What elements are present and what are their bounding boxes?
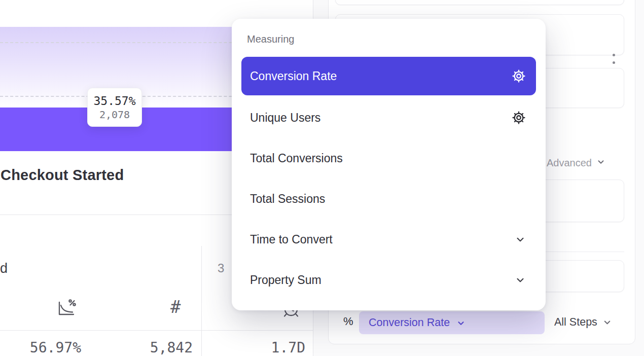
chevron-down-icon [602,317,612,327]
funnel-analytics-page: Checkout Started d 3 # [0,0,644,356]
bar-tooltip: 35.57% 2,078 [87,88,142,127]
table-group-header-left: d [0,261,8,276]
chevron-down-icon [596,157,605,169]
menu-item-label: Total Sessions [250,192,325,206]
menu-item-property-sum[interactable]: Property Sum [241,260,536,300]
chevron-down-icon [515,234,526,245]
tooltip-conversion-rate: 35.57% [93,94,135,108]
conversion-rate-icon [56,298,76,319]
all-steps-label: All Steps [554,316,597,329]
menu-item-total-conversions[interactable]: Total Conversions [241,138,536,179]
menu-item-unique-users[interactable]: Unique Users [241,97,536,138]
menu-item-label: Total Conversions [250,152,343,165]
step-card-top[interactable] [335,0,624,5]
measuring-dropdown-header: Measuring [247,33,294,45]
table-row-divider [0,330,313,331]
measuring-pill-button[interactable]: Conversion Rate [359,311,545,334]
menu-item-conversion-rate[interactable]: Conversion Rate [241,57,536,95]
metric-prefix: % [343,315,353,328]
menu-item-time-to-convert[interactable]: Time to Convert [241,219,536,260]
value-time-to-convert: 1.7D [242,339,305,356]
count-icon: # [170,297,181,317]
table-column-divider [201,246,202,356]
measuring-dropdown: Measuring Conversion Rate Unique Users T… [232,19,546,310]
menu-item-label: Property Sum [250,273,321,287]
value-conversion-rate: 56.97% [18,339,81,356]
funnel-step-label: Checkout Started [1,167,124,184]
menu-item-label: Conversion Rate [250,69,337,83]
measuring-pill-label: Conversion Rate [369,316,450,329]
chevron-down-icon [456,318,466,328]
gear-icon[interactable] [512,111,526,125]
table-group-header-right: 3 [218,261,224,275]
chevron-down-icon [515,274,526,286]
menu-item-total-sessions[interactable]: Total Sessions [241,179,536,219]
tooltip-count: 2,078 [99,109,130,121]
gear-icon[interactable] [512,69,526,83]
value-count: 5,842 [130,339,193,356]
menu-item-label: Unique Users [250,111,320,125]
menu-item-label: Time to Convert [250,233,333,246]
advanced-toggle[interactable]: Advanced [547,157,605,169]
advanced-label: Advanced [547,157,592,169]
all-steps-dropdown[interactable]: All Steps [554,316,612,329]
